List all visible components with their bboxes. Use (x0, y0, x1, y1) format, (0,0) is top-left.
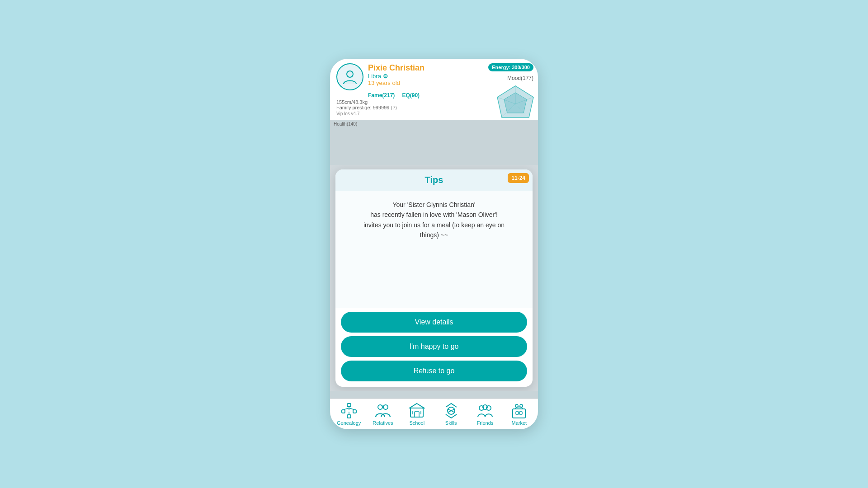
skills-label: Skills (445, 420, 457, 426)
skills-icon (443, 403, 459, 419)
svg-rect-36 (516, 412, 519, 414)
tips-title: Tips (341, 175, 527, 185)
svg-rect-11 (347, 404, 351, 407)
genealogy-label: Genealogy (337, 420, 361, 426)
svg-rect-12 (342, 410, 345, 413)
market-icon (511, 403, 527, 419)
relatives-icon (375, 403, 391, 419)
svg-rect-22 (410, 408, 423, 417)
tips-body: Your 'Sister Glynnis Christian' has rece… (335, 191, 533, 308)
market-label: Market (511, 420, 527, 426)
svg-point-34 (515, 404, 518, 407)
radar-chart (495, 84, 536, 124)
tips-date-badge: 11-24 (508, 173, 529, 183)
svg-marker-23 (410, 404, 424, 408)
svg-rect-13 (353, 410, 356, 413)
nav-item-relatives[interactable]: Relatives (366, 403, 400, 426)
nav-item-friends[interactable]: Friends (468, 403, 502, 426)
energy-bar: Energy: 300/300 (488, 63, 533, 71)
friends-icon (477, 403, 493, 419)
svg-point-0 (347, 71, 353, 77)
health-bar-area: Health(140) (330, 120, 538, 128)
nav-item-genealogy[interactable]: Genealogy (332, 403, 366, 426)
school-icon (409, 403, 425, 419)
refuse-to-go-button[interactable]: Refuse to go (341, 361, 527, 381)
svg-line-16 (343, 408, 349, 410)
svg-rect-33 (513, 409, 525, 418)
svg-point-21 (382, 405, 384, 408)
tips-modal: Tips 11-24 Your 'Sister Glynnis Christia… (335, 169, 533, 387)
svg-rect-37 (519, 412, 522, 414)
avatar (336, 63, 363, 90)
friends-label: Friends (477, 420, 494, 426)
svg-point-35 (520, 404, 523, 407)
tips-header: Tips 11-24 (335, 169, 533, 191)
tips-message: Your 'Sister Glynnis Christian' has rece… (343, 200, 525, 240)
nav-item-market[interactable]: Market (502, 403, 536, 426)
genealogy-icon (341, 403, 357, 419)
school-label: School (410, 420, 425, 426)
phone-container: Pixie Christian Libra ⚙ 13 years old Ene… (330, 59, 538, 429)
fame-stat: Fame(217) (368, 92, 395, 99)
nav-item-school[interactable]: School (400, 403, 434, 426)
svg-rect-14 (347, 415, 351, 418)
character-header: Pixie Christian Libra ⚙ 13 years old Ene… (330, 59, 538, 120)
bottom-navigation: Genealogy Relatives School (330, 399, 538, 429)
view-details-button[interactable]: View details (341, 312, 527, 333)
relatives-label: Relatives (373, 420, 393, 426)
svg-line-17 (349, 408, 355, 410)
happy-to-go-button[interactable]: I'm happy to go (341, 336, 527, 357)
game-background: Health(140) (330, 120, 538, 165)
svg-rect-24 (415, 412, 419, 417)
mood-text: Mood(177) (507, 75, 533, 81)
eq-stat: EQ(90) (402, 92, 420, 99)
nav-item-skills[interactable]: Skills (434, 403, 468, 426)
tips-buttons: View details I'm happy to go Refuse to g… (335, 308, 533, 387)
